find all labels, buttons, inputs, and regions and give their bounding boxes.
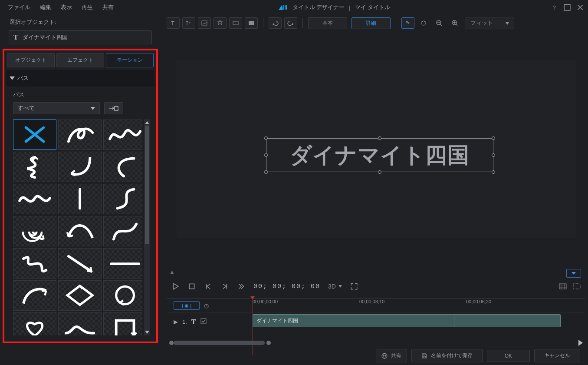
path-thumb-curve-c[interactable] (103, 152, 142, 182)
playback-controls: 00; 00; 00; 00 3D (167, 277, 585, 296)
close-icon[interactable] (577, 4, 584, 11)
cancel-button[interactable]: キャンセル (534, 349, 580, 362)
resize-handle[interactable] (492, 153, 495, 157)
share-button[interactable]: 共有 (376, 349, 407, 362)
tab-motion[interactable]: モーション (106, 53, 154, 67)
resize-handle[interactable] (492, 170, 495, 174)
3d-toggle[interactable]: 3D (328, 283, 342, 290)
scroll-down-icon[interactable] (145, 331, 149, 334)
path-thumb-none[interactable] (13, 119, 56, 150)
range-dropdown[interactable] (566, 269, 581, 278)
save-as-button[interactable]: 名前を付けて保存 (411, 349, 483, 362)
insert-image-button[interactable] (198, 17, 211, 29)
zoom-in-button[interactable] (448, 17, 461, 29)
menu-share[interactable]: 共有 (99, 2, 117, 13)
resize-handle[interactable] (264, 136, 268, 140)
clock-icon[interactable]: ◷ (204, 302, 209, 309)
next-frame-button[interactable] (220, 282, 229, 291)
insert-particle-button[interactable] (214, 17, 227, 29)
resize-handle[interactable] (264, 153, 268, 157)
path-thumb-s2[interactable] (13, 248, 56, 279)
insert-shape-button[interactable] (245, 17, 258, 29)
section-path-header[interactable]: パス (6, 70, 154, 86)
menu-play[interactable]: 再生 (78, 2, 96, 13)
scroll-right-icon[interactable] (578, 340, 583, 346)
path-thumb-circle[interactable] (103, 280, 142, 311)
undo-button[interactable] (269, 17, 282, 29)
grid-button[interactable] (572, 282, 581, 291)
timeline-clip[interactable]: ダイナマイト四国 (253, 314, 561, 327)
timeline-ruler[interactable]: 00;00;00;00 00;00;03;10 00;00;06;20 (252, 299, 585, 312)
menu-view[interactable]: 表示 (57, 2, 76, 13)
path-thumb-diamond[interactable] (58, 280, 102, 311)
ok-button[interactable]: OK (487, 350, 530, 362)
path-thumb-loop[interactable] (58, 119, 102, 150)
pan-tool-button[interactable] (417, 17, 430, 29)
canvas-viewport[interactable]: ダイナマイト四国 (167, 31, 585, 267)
svg-text:T⁺: T⁺ (186, 21, 191, 26)
selected-object-row[interactable]: T ダイナマイト四国 (9, 30, 152, 44)
mode-detail-button[interactable]: 詳細 (351, 17, 391, 29)
move-tool-button[interactable] (401, 17, 414, 29)
insert-bg-button[interactable] (229, 17, 242, 29)
path-thumb-spiral[interactable] (13, 216, 56, 246)
insert-title-button[interactable]: T⁺ (182, 17, 195, 29)
scroll-knob[interactable] (266, 341, 271, 345)
path-thumb-bump[interactable] (58, 312, 102, 335)
path-thumb-square-u[interactable] (103, 312, 142, 335)
scroll-up-icon[interactable] (145, 121, 149, 124)
zoom-out-button[interactable] (433, 17, 446, 29)
import-path-button[interactable] (104, 102, 123, 114)
path-thumb-n[interactable] (103, 216, 142, 246)
track-visible-checkbox[interactable] (200, 318, 207, 325)
path-thumb-wave1[interactable] (103, 119, 142, 150)
grid-scrollbar[interactable] (144, 119, 150, 335)
timeline-hscroll[interactable] (167, 340, 585, 346)
tab-object[interactable]: オブジェクト (7, 53, 55, 67)
text-bounding-box[interactable]: ダイナマイト四国 (266, 138, 493, 172)
mode-basic-button[interactable]: 基本 (308, 17, 347, 29)
path-thumb-wave2[interactable] (13, 184, 56, 214)
help-icon[interactable]: ? (551, 4, 558, 11)
menu-edit[interactable]: 編集 (36, 2, 55, 13)
path-thumb-arc[interactable] (58, 216, 102, 246)
path-thumb-vertical[interactable] (58, 184, 102, 214)
tab-effect[interactable]: エフェクト (56, 53, 104, 67)
insert-text-button[interactable]: T (167, 17, 180, 29)
path-thumb-heart[interactable] (13, 312, 56, 335)
chevron-down-icon (10, 76, 15, 80)
track-header[interactable]: ▶ 1. T (167, 312, 252, 331)
cancel-label: キャンセル (544, 352, 570, 359)
path-thumb-curve-s[interactable] (103, 184, 142, 214)
path-thumb-zigzag[interactable] (13, 152, 56, 182)
path-thumb-curve-j[interactable] (58, 152, 102, 182)
redo-button[interactable] (284, 17, 297, 29)
resize-handle[interactable] (378, 136, 381, 140)
keyframe-mode-button[interactable]: [ ◉ ] (174, 301, 200, 310)
scroll-knob[interactable] (169, 341, 174, 345)
path-thumb-diag[interactable] (58, 248, 102, 279)
fast-forward-button[interactable] (237, 282, 246, 291)
scroll-thumb[interactable] (145, 126, 149, 244)
canvas[interactable]: ダイナマイト四国 (177, 60, 576, 238)
scroll-bar[interactable] (174, 341, 265, 345)
resize-handle[interactable] (378, 170, 381, 174)
playhead-marker-icon[interactable]: ▲ (169, 269, 175, 275)
toolbar-divider (302, 18, 303, 28)
resize-handle[interactable] (264, 170, 268, 174)
track-expand-icon[interactable]: ▶ (174, 319, 178, 325)
maximize-icon[interactable] (564, 4, 571, 11)
path-thumb-arc2[interactable] (13, 280, 56, 311)
path-thumb-horiz[interactable] (103, 248, 142, 279)
fullscreen-button[interactable] (350, 282, 358, 291)
timeline-track[interactable]: ダイナマイト四国 (252, 312, 585, 331)
resize-handle[interactable] (492, 136, 495, 140)
safe-zone-button[interactable] (558, 282, 567, 291)
play-button[interactable] (171, 282, 180, 291)
zoom-fit-select[interactable]: フィット (466, 17, 514, 29)
prev-frame-button[interactable] (204, 282, 213, 291)
menu-file[interactable]: ファイル (4, 2, 34, 13)
timecode-display[interactable]: 00; 00; 00; 00 (253, 283, 320, 290)
path-filter-select[interactable]: すべて (13, 102, 100, 114)
stop-button[interactable] (187, 282, 196, 291)
